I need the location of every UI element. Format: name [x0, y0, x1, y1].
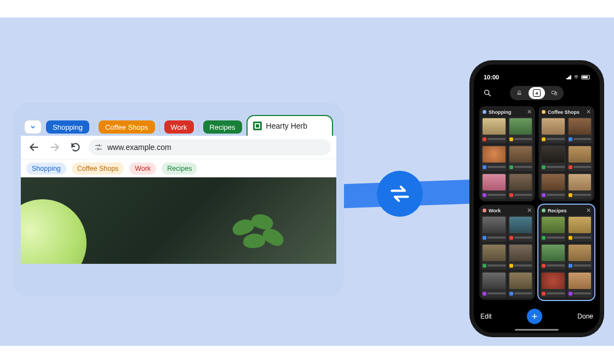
mini-tab[interactable]: [481, 173, 507, 199]
devices-icon: [550, 90, 558, 96]
desktop-browser: Shopping Coffee Shops Work Recipes Heart…: [13, 103, 344, 297]
search-icon: [483, 89, 492, 97]
bookmark-bar: Shopping Coffee Shops Work Recipes: [21, 159, 336, 177]
tabs-header: 4: [479, 85, 594, 101]
mini-tab[interactable]: [508, 173, 533, 199]
phone-footer: Edit Done: [480, 305, 593, 327]
mini-tab[interactable]: [567, 244, 593, 270]
tab-group-coffee[interactable]: Coffee Shops: [99, 120, 155, 134]
mini-tab[interactable]: [481, 271, 507, 298]
mini-tab[interactable]: [508, 117, 533, 143]
mini-tab[interactable]: [481, 145, 507, 171]
svg-rect-2: [555, 93, 557, 95]
mini-tab[interactable]: [567, 216, 593, 242]
reload-button[interactable]: [68, 140, 83, 155]
tab-group-recipes[interactable]: Recipes: [203, 120, 242, 134]
mini-tab[interactable]: [481, 117, 507, 143]
active-tab-title: Hearty Herb: [266, 122, 307, 130]
tune-icon: [94, 143, 103, 152]
phone-mock: 10:00 4: [474, 65, 600, 333]
mini-tab[interactable]: [541, 145, 566, 171]
lime-image: [21, 199, 87, 264]
bookmark-recipes[interactable]: Recipes: [162, 163, 197, 175]
mini-tab[interactable]: [567, 173, 593, 199]
forward-button[interactable]: [47, 140, 62, 155]
address-bar[interactable]: www.example.com: [89, 139, 331, 155]
chevron-down-icon: [29, 123, 37, 131]
url-text: www.example.com: [107, 143, 171, 152]
group-card-work[interactable]: Work ✕: [479, 205, 535, 300]
back-button[interactable]: [26, 140, 42, 155]
search-button[interactable]: [481, 87, 494, 99]
tab-mode-segment: 4: [510, 86, 564, 100]
incognito-segment[interactable]: [511, 87, 527, 99]
dot-icon: [483, 110, 486, 114]
swap-arrows-icon: [388, 182, 412, 206]
cilantro-image: [227, 215, 292, 264]
svg-point-0: [485, 90, 489, 95]
reload-icon: [70, 142, 81, 153]
close-icon[interactable]: ✕: [527, 109, 532, 115]
close-icon[interactable]: ✕: [527, 207, 532, 213]
tab-strip: Shopping Coffee Shops Work Recipes Heart…: [21, 115, 336, 136]
toolbar: www.example.com: [21, 136, 336, 159]
mini-tab[interactable]: [541, 271, 566, 298]
active-tab[interactable]: Hearty Herb: [246, 115, 333, 136]
mini-tab[interactable]: [567, 271, 593, 298]
plus-icon: [531, 313, 538, 320]
tab-dropdown-button[interactable]: [24, 120, 42, 134]
mini-tab[interactable]: [567, 117, 593, 143]
mini-tab[interactable]: [481, 244, 507, 270]
sync-icon: [377, 171, 423, 217]
mini-tab[interactable]: [567, 145, 593, 171]
done-button[interactable]: Done: [577, 313, 593, 320]
bookmark-shopping[interactable]: Shopping: [26, 163, 66, 175]
signal-icon: [565, 75, 571, 79]
battery-icon: [581, 75, 590, 79]
status-bar: 10:00: [479, 72, 594, 82]
mini-tab[interactable]: [481, 216, 507, 242]
arrow-right-icon: [49, 142, 60, 153]
mini-tab[interactable]: [541, 244, 566, 270]
new-tab-button[interactable]: [527, 309, 542, 324]
devices-segment[interactable]: [546, 87, 563, 99]
tab-groups-grid: Shopping ✕ Cof: [479, 106, 594, 300]
close-icon[interactable]: ✕: [586, 109, 591, 115]
wifi-icon: [573, 74, 579, 80]
dot-icon: [483, 209, 486, 212]
mini-tab[interactable]: [508, 216, 533, 242]
mini-tab[interactable]: [508, 145, 533, 171]
tabs-count-segment[interactable]: 4: [529, 87, 545, 99]
tab-group-work[interactable]: Work: [164, 120, 194, 134]
status-time: 10:00: [484, 74, 499, 80]
dot-icon: [542, 110, 546, 114]
tab-group-shopping[interactable]: Shopping: [46, 120, 89, 134]
bookmark-work[interactable]: Work: [129, 163, 156, 175]
incognito-icon: [515, 90, 523, 96]
mini-tab[interactable]: [541, 216, 566, 242]
mini-tab[interactable]: [508, 244, 533, 270]
bookmark-coffee[interactable]: Coffee Shops: [72, 163, 124, 175]
home-indicator: [515, 329, 559, 331]
recipe-favicon: [253, 122, 262, 130]
edit-button[interactable]: Edit: [480, 313, 492, 320]
page-content: [21, 177, 336, 264]
dot-icon: [542, 209, 546, 212]
mini-tab[interactable]: [508, 271, 533, 298]
group-card-recipes[interactable]: Recipes ✕: [538, 205, 594, 300]
group-card-coffee[interactable]: Coffee Shops ✕: [538, 106, 594, 201]
close-icon[interactable]: ✕: [586, 207, 591, 213]
arrow-left-icon: [28, 142, 39, 153]
mini-tab[interactable]: [541, 173, 566, 199]
group-card-shopping[interactable]: Shopping ✕: [479, 106, 535, 201]
mini-tab[interactable]: [541, 117, 566, 143]
